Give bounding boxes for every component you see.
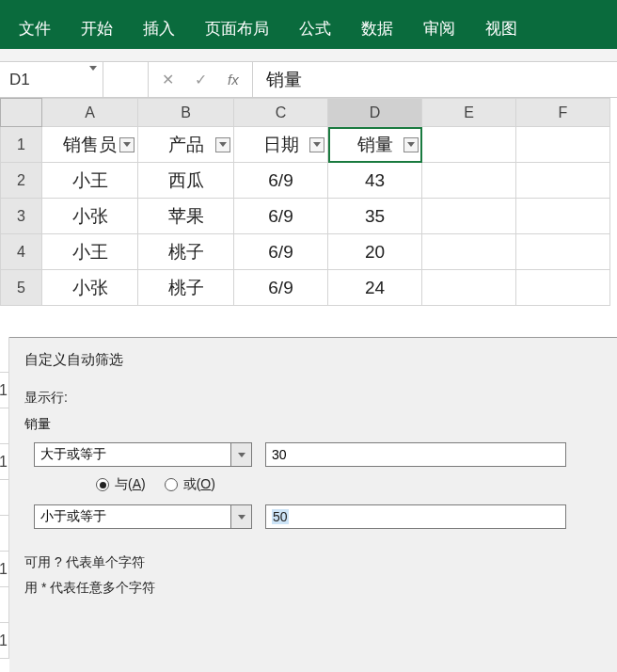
cell-D1[interactable]: 销量	[328, 127, 422, 163]
ribbon-tab-view[interactable]: 视图	[472, 8, 530, 49]
cell-B2[interactable]: 西瓜	[138, 163, 234, 199]
cell-D3[interactable]: 35	[328, 199, 422, 234]
filter-button-A[interactable]	[119, 137, 134, 152]
cell-A3[interactable]: 小张	[42, 199, 138, 234]
col-header-C[interactable]: C	[234, 99, 328, 127]
formula-bar: D1 ✕ ✓ fx 销量	[0, 62, 617, 98]
select-all-corner[interactable]	[1, 99, 42, 127]
condition-2-operator-input[interactable]	[34, 504, 231, 529]
cell-F3[interactable]	[516, 199, 610, 234]
cell-E5[interactable]	[422, 270, 516, 306]
cell-E2[interactable]	[422, 163, 516, 199]
condition-1-value[interactable]	[265, 442, 566, 467]
col-header-B[interactable]: B	[138, 99, 234, 127]
ribbon-tab-pagelayout[interactable]: 页面布局	[192, 8, 282, 49]
col-header-E[interactable]: E	[422, 99, 516, 127]
hint-text: 可用 ? 代表单个字符 用 * 代表任意多个字符	[24, 550, 604, 600]
condition-1-operator-dropdown[interactable]	[231, 442, 252, 467]
row-header-2[interactable]: 2	[1, 163, 42, 199]
name-box[interactable]: D1	[0, 62, 103, 97]
condition-2-operator[interactable]	[34, 504, 252, 529]
show-rows-label: 显示行:	[24, 390, 604, 407]
ribbon-tab-data[interactable]: 数据	[348, 8, 406, 49]
cancel-icon[interactable]: ✕	[162, 71, 174, 88]
filter-button-B[interactable]	[215, 137, 230, 152]
hint-line-1: 可用 ? 代表单个字符	[24, 550, 604, 575]
peek-row	[0, 480, 9, 516]
peek-row: 1	[0, 444, 9, 480]
row-header-4[interactable]: 4	[1, 234, 42, 270]
cell-E4[interactable]	[422, 234, 516, 270]
cell-A1[interactable]: 销售员	[42, 127, 138, 163]
peek-row-headers: 1 1 1 1	[0, 337, 9, 659]
chevron-down-icon	[238, 453, 245, 457]
dialog-title: 自定义自动筛选	[24, 351, 604, 369]
cell-A5[interactable]: 小张	[42, 270, 138, 306]
radio-icon	[165, 478, 178, 491]
formula-input[interactable]: 销量	[253, 62, 617, 97]
cell-F4[interactable]	[516, 234, 610, 270]
peek-row: 1	[0, 552, 9, 587]
col-header-D[interactable]: D	[328, 99, 422, 127]
ribbon-tab-insert[interactable]: 插入	[130, 8, 188, 49]
spreadsheet-grid[interactable]: A B C D E F 1 销售员 产品 日期 销量 2 小王 西瓜 6/9 4…	[0, 98, 610, 306]
cell-B5[interactable]: 桃子	[138, 270, 234, 306]
filter-field-label: 销量	[24, 416, 604, 433]
cell-D2[interactable]: 43	[328, 163, 422, 199]
radio-and-label: 与(A)	[115, 476, 146, 493]
condition-1-operator-input[interactable]	[34, 442, 231, 467]
condition-2-value[interactable]: 50	[265, 504, 566, 529]
peek-row: 1	[0, 373, 9, 408]
ribbon-tabs: 文件 开始 插入 页面布局 公式 数据 审阅 视图	[0, 8, 617, 49]
ribbon-tab-file[interactable]: 文件	[6, 8, 64, 49]
cell-C3[interactable]: 6/9	[234, 199, 328, 234]
sheet-area: A B C D E F 1 销售员 产品 日期 销量 2 小王 西瓜 6/9 4…	[0, 98, 617, 306]
cell-E1[interactable]	[422, 127, 516, 163]
cell-F1[interactable]	[516, 127, 610, 163]
fx-icon[interactable]: fx	[228, 72, 239, 88]
ribbon-tab-review[interactable]: 审阅	[410, 8, 468, 49]
cell-D4[interactable]: 20	[328, 234, 422, 270]
row-header-3[interactable]: 3	[1, 199, 42, 234]
cell-A2[interactable]: 小王	[42, 163, 138, 199]
ribbon-tab-formulas[interactable]: 公式	[286, 8, 344, 49]
row-header-1[interactable]: 1	[1, 127, 42, 163]
col-header-A[interactable]: A	[42, 99, 138, 127]
cell-B3[interactable]: 苹果	[138, 199, 234, 234]
cell-F5[interactable]	[516, 270, 610, 306]
peek-row	[0, 516, 9, 552]
condition-1-operator[interactable]	[34, 442, 252, 467]
ribbon-tab-home[interactable]: 开始	[68, 8, 126, 49]
name-box-dropdown-icon[interactable]	[89, 71, 97, 89]
condition-2-operator-dropdown[interactable]	[231, 504, 252, 529]
chevron-down-icon	[238, 515, 245, 520]
filter-button-D[interactable]	[403, 137, 419, 152]
filter-button-C[interactable]	[309, 137, 324, 152]
cell-C5[interactable]: 6/9	[234, 270, 328, 306]
cell-B1[interactable]: 产品	[138, 127, 234, 163]
radio-icon	[96, 478, 109, 491]
enter-icon[interactable]: ✓	[195, 71, 207, 88]
peek-row	[0, 337, 9, 373]
cell-E3[interactable]	[422, 199, 516, 234]
cell-D5[interactable]: 24	[328, 270, 422, 306]
cell-B4[interactable]: 桃子	[138, 234, 234, 270]
col-header-F[interactable]: F	[516, 99, 610, 127]
cell-C4[interactable]: 6/9	[234, 234, 328, 270]
hint-line-2: 用 * 代表任意多个字符	[24, 575, 604, 600]
radio-or[interactable]: 或(O)	[165, 476, 215, 493]
radio-or-label: 或(O)	[183, 476, 215, 493]
cell-A4[interactable]: 小王	[42, 234, 138, 270]
peek-row	[0, 408, 9, 444]
radio-and[interactable]: 与(A)	[96, 476, 146, 493]
cell-C1[interactable]: 日期	[234, 127, 328, 163]
condition-1-row	[34, 442, 604, 467]
cell-C2[interactable]: 6/9	[234, 163, 328, 199]
row-header-5[interactable]: 5	[1, 270, 42, 306]
peek-row	[0, 587, 9, 623]
formula-bar-spacer	[103, 62, 149, 97]
formula-bar-buttons: ✕ ✓ fx	[149, 62, 253, 97]
window-titlebar	[0, 0, 617, 8]
cell-F2[interactable]	[516, 163, 610, 199]
formula-bar-value: 销量	[266, 68, 302, 92]
